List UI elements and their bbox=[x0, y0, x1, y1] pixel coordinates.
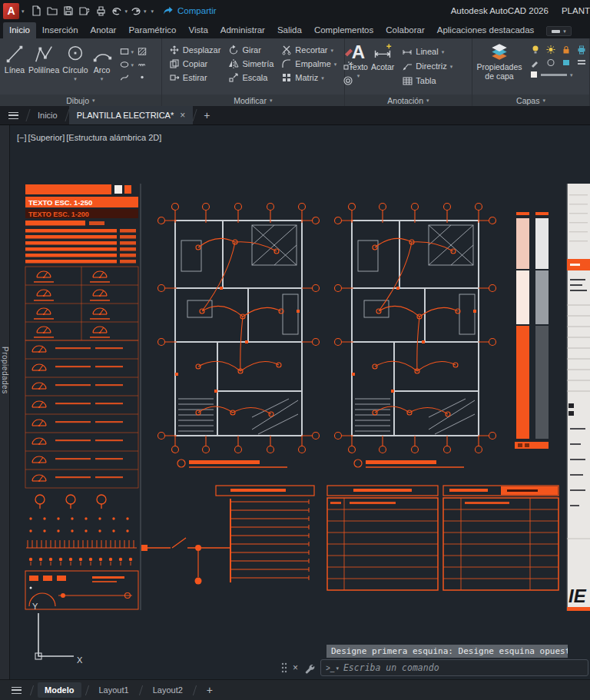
floor-plan-1[interactable] bbox=[158, 204, 320, 469]
new-layout-button[interactable]: + bbox=[201, 684, 219, 696]
panel-label-anotacion[interactable]: Anotación ▾ bbox=[345, 95, 472, 106]
dimension-button[interactable]: Acotar bbox=[370, 41, 396, 93]
ribbon-tab-vista[interactable]: Vista bbox=[182, 22, 214, 38]
layer-on-bulb-icon[interactable] bbox=[530, 45, 541, 55]
save-as-button[interactable] bbox=[77, 2, 93, 19]
mirror-button[interactable]: Simetría bbox=[228, 58, 273, 69]
array-button[interactable]: Matriz▾ bbox=[281, 72, 336, 83]
viewport-view-control[interactable]: [Superior] bbox=[28, 133, 65, 142]
arc-button[interactable]: Arco ▾ bbox=[90, 41, 114, 93]
text-button[interactable]: A Texto ▾ bbox=[347, 41, 370, 93]
ribbon-tab-complementos[interactable]: Complementos bbox=[308, 22, 380, 38]
spline-tool-button[interactable] bbox=[119, 72, 134, 83]
floor-plan-2[interactable] bbox=[335, 204, 496, 469]
layout2-tab[interactable]: Layout2 bbox=[147, 685, 189, 695]
fillet-button[interactable]: Empalme▾ bbox=[281, 58, 336, 69]
ucs-icon[interactable]: Y X bbox=[32, 602, 83, 665]
arc-icon bbox=[91, 42, 113, 65]
undo-button[interactable] bbox=[109, 2, 125, 19]
command-input[interactable] bbox=[343, 662, 583, 673]
riser-diagram[interactable] bbox=[141, 486, 314, 585]
new-drawing-tab-button[interactable]: + bbox=[197, 106, 217, 124]
title-bar: A ▾ ▾ ▾ ▾ Compartir Autodesk AutoCAD 20 bbox=[0, 0, 590, 22]
share-button[interactable]: Compartir bbox=[162, 5, 216, 16]
line-label: Línea bbox=[5, 66, 25, 75]
ribbon-tab-salida[interactable]: Salida bbox=[271, 22, 308, 38]
revcloud-tool-button[interactable] bbox=[137, 59, 148, 70]
layer-plot-icon[interactable] bbox=[576, 45, 587, 55]
file-tab-inicio[interactable]: Inicio bbox=[30, 106, 65, 124]
circuit-table-1[interactable] bbox=[327, 486, 438, 590]
point-tool-button[interactable] bbox=[137, 72, 148, 83]
move-button[interactable]: Desplazar bbox=[169, 45, 221, 55]
line-button[interactable]: Línea bbox=[2, 41, 27, 93]
layout-menu-button[interactable] bbox=[6, 687, 26, 694]
command-prompt-icon[interactable]: >_ ▾ bbox=[326, 664, 339, 672]
app-menu-button[interactable]: A ▾ bbox=[3, 3, 25, 19]
file-tab-active-document[interactable]: PLANTILLA ELECTRICA* × bbox=[69, 106, 194, 124]
layer-freeze-sun-icon[interactable] bbox=[545, 45, 556, 55]
ribbon-display-button[interactable]: ▾ bbox=[546, 26, 572, 36]
layer-lock-icon[interactable] bbox=[561, 45, 572, 55]
ribbon-tab-colaborar[interactable]: Colaborar bbox=[380, 22, 431, 38]
command-close-icon[interactable]: × bbox=[293, 662, 298, 673]
properties-palette-tab[interactable]: Propiedades bbox=[0, 125, 10, 679]
qat-menu-caret-icon[interactable]: ▾ bbox=[151, 8, 154, 14]
elevation-color-bars[interactable] bbox=[515, 212, 549, 449]
drawing-area[interactable]: TEXTO ESC. 1-250 TEXTO ESC. 1-200 bbox=[0, 124, 590, 679]
viewport-visualstyle-control[interactable]: [Estructura alámbrica 2D] bbox=[66, 133, 161, 142]
rotate-button[interactable]: Girar bbox=[228, 45, 273, 55]
sheet-preview[interactable]: IE bbox=[567, 184, 590, 611]
model-tab[interactable]: Modelo bbox=[38, 682, 81, 698]
app-title: Autodesk AutoCAD 2026 bbox=[451, 6, 549, 15]
rectangle-tool-button[interactable]: ▾ bbox=[119, 46, 134, 57]
ribbon-tab-parametrico[interactable]: Paramétrico bbox=[122, 22, 182, 38]
leader-button[interactable]: Directriz▾ bbox=[402, 61, 452, 71]
hatch-tool-button[interactable] bbox=[137, 46, 148, 57]
file-tabs-menu-button[interactable] bbox=[0, 106, 26, 124]
layer-state-icon[interactable] bbox=[561, 58, 572, 68]
ribbon-tab-anotar[interactable]: Anotar bbox=[85, 22, 123, 38]
circle-button[interactable]: Círculo ▾ bbox=[61, 41, 89, 93]
linear-dimension-button[interactable]: Lineal▾ bbox=[402, 46, 452, 57]
layer-match-icon[interactable] bbox=[530, 58, 541, 68]
ribbon-tab-insercion[interactable]: Inserción bbox=[36, 22, 85, 38]
ribbon-tab-aplicaciones-destacadas[interactable]: Aplicaciones destacadas bbox=[431, 22, 541, 38]
close-tab-icon[interactable]: × bbox=[180, 110, 185, 121]
print-button[interactable] bbox=[93, 2, 109, 19]
panel-label-modificar[interactable]: Modificar ▾ bbox=[162, 95, 344, 106]
customize-wrench-icon[interactable] bbox=[303, 662, 315, 674]
layer-properties-button[interactable]: Propiedades de capa bbox=[475, 41, 524, 93]
layer-walk-icon[interactable] bbox=[576, 58, 587, 68]
panel-label-dibujo[interactable]: Dibujo ▾ bbox=[0, 95, 161, 106]
tab-divider bbox=[30, 685, 34, 695]
panel-label-capas[interactable]: Capas ▾ bbox=[472, 95, 589, 106]
layer-isolate-icon[interactable] bbox=[545, 58, 556, 68]
redo-caret-icon[interactable]: ▾ bbox=[144, 8, 147, 14]
command-history: Designe primera esquina: Designe esquina… bbox=[326, 645, 568, 658]
ribbon-tab-inicio[interactable]: Inicio bbox=[3, 22, 36, 38]
redo-button[interactable] bbox=[128, 2, 144, 19]
model-space-canvas[interactable]: TEXTO ESC. 1-250 TEXTO ESC. 1-200 bbox=[0, 125, 590, 679]
layer-selector-dropdown[interactable]: ▾ bbox=[530, 71, 587, 78]
legend-symbol-table[interactable]: TEXTO ESC. 1-250 TEXTO ESC. 1-200 bbox=[25, 184, 138, 609]
table-button[interactable]: Tabla bbox=[402, 75, 452, 86]
polyline-button[interactable]: Polilínea bbox=[27, 41, 61, 93]
scale-button[interactable]: Escala bbox=[228, 72, 273, 83]
command-input-box[interactable]: >_ ▾ bbox=[320, 659, 588, 676]
hamburger-icon bbox=[8, 112, 18, 119]
save-button[interactable] bbox=[61, 2, 77, 19]
viewport-minimize-control[interactable]: [−] bbox=[17, 133, 27, 142]
copy-button[interactable]: Copiar bbox=[169, 58, 221, 69]
command-grip-handle[interactable] bbox=[281, 662, 287, 673]
ribbon-tab-administrar[interactable]: Administrar bbox=[214, 22, 271, 38]
layout1-tab[interactable]: Layout1 bbox=[93, 685, 135, 695]
dibujo-label: Dibujo bbox=[66, 96, 89, 105]
circuit-table-2[interactable] bbox=[443, 486, 559, 590]
trim-button[interactable]: Recortar▾ bbox=[281, 45, 336, 55]
open-file-button[interactable] bbox=[45, 2, 61, 19]
leader-label: Directriz bbox=[416, 61, 446, 71]
stretch-button[interactable]: Estirar bbox=[169, 72, 221, 83]
ellipse-tool-button[interactable]: ▾ bbox=[119, 59, 134, 70]
new-file-button[interactable] bbox=[28, 2, 45, 19]
